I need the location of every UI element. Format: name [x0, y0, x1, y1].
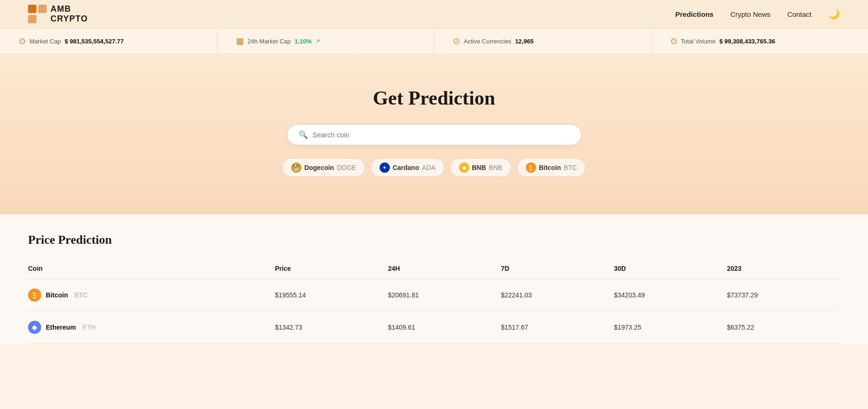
coin-icon-1: ◆	[28, 321, 41, 334]
hero-title: Get Prediction	[9, 87, 859, 109]
coin-ticker-1: ETH	[83, 324, 96, 331]
total-volume-icon: ⊙	[670, 36, 677, 46]
dogecoin-name: Dogecoin	[304, 164, 334, 171]
30d-0: $34203.49	[614, 279, 727, 311]
table-row[interactable]: ₿ Bitcoin BTC $19555.14 $20691.81 $22241…	[28, 279, 840, 311]
total-volume-label: Total Volume	[681, 38, 716, 45]
24h-1: $1409.61	[388, 311, 501, 344]
nav-crypto-news[interactable]: Crypto News	[730, 10, 770, 18]
nav-predictions[interactable]: Predictions	[675, 10, 714, 18]
coin-cell-0: ₿ Bitcoin BTC	[28, 279, 275, 311]
navbar: AMBCRYPTO Predictions Crypto News Contac…	[0, 0, 868, 28]
search-box[interactable]: 🔍	[287, 124, 581, 145]
logo[interactable]: AMBCRYPTO	[28, 4, 88, 24]
nav-contact[interactable]: Contact	[787, 10, 811, 18]
table-row[interactable]: ◆ Ethereum ETH $1342.73 $1409.61 $1517.6…	[28, 311, 840, 344]
active-currencies-icon: ⊙	[453, 36, 460, 46]
market-cap-value: $ 981,535,554,527.77	[65, 38, 124, 45]
pill-cardano[interactable]: ✦ Cardano ADA	[371, 158, 445, 177]
pill-bitcoin[interactable]: ₿ Bitcoin BTC	[517, 158, 586, 177]
market-cap-icon: ⊙	[19, 36, 26, 46]
price-table: Coin Price 24H 7D 30D 2023 ₿ Bitcoin BTC…	[28, 258, 840, 344]
table-title: Price Prediction	[28, 233, 840, 247]
24h-market-cap-value: 1.10%	[294, 38, 312, 45]
col-30d: 30D	[614, 258, 727, 279]
coin-icon-0: ₿	[28, 289, 41, 302]
svg-rect-0	[28, 5, 36, 13]
price-0: $19555.14	[275, 279, 388, 311]
2023-0: $73737.29	[727, 279, 840, 311]
col-coin: Coin	[28, 258, 275, 279]
col-2023: 2023	[727, 258, 840, 279]
svg-rect-1	[38, 5, 47, 13]
active-currencies-label: Active Currencies	[464, 38, 511, 45]
bnb-ticker: BNB	[489, 164, 502, 171]
nav-links: Predictions Crypto News Contact 🌙	[675, 8, 840, 20]
search-container: 🔍	[9, 124, 859, 145]
cardano-name: Cardano	[393, 164, 419, 171]
30d-1: $1973.25	[614, 311, 727, 344]
2023-1: $6375.22	[727, 311, 840, 344]
cardano-ticker: ADA	[422, 164, 436, 171]
24h-0: $20691.81	[388, 279, 501, 311]
theme-toggle-icon[interactable]: 🌙	[828, 8, 840, 20]
coin-pills: 🐕 Dogecoin DOGE ✦ Cardano ADA ◆ BNB BNB …	[9, 158, 859, 177]
coin-cell-1: ◆ Ethereum ETH	[28, 311, 275, 344]
search-input[interactable]	[313, 131, 570, 139]
cardano-icon: ✦	[380, 162, 390, 173]
market-cap-label: Market Cap	[29, 38, 61, 45]
bitcoin-icon: ₿	[526, 162, 536, 173]
hero-section: Get Prediction 🔍 🐕 Dogecoin DOGE ✦ Carda…	[0, 54, 868, 214]
stat-active-currencies: ⊙ Active Currencies 12,965	[434, 28, 652, 54]
pill-dogecoin[interactable]: 🐕 Dogecoin DOGE	[282, 158, 365, 177]
stats-bar: ⊙ Market Cap $ 981,535,554,527.77 ▦ 24h …	[0, 28, 868, 54]
price-prediction-section: Price Prediction Coin Price 24H 7D 30D 2…	[0, 214, 868, 344]
pill-bnb[interactable]: ◆ BNB BNB	[450, 158, 511, 177]
total-volume-value: $ 99,308,433,765.36	[719, 38, 775, 45]
stat-market-cap: ⊙ Market Cap $ 981,535,554,527.77	[0, 28, 217, 54]
24h-market-cap-icon: ▦	[236, 36, 244, 46]
svg-rect-2	[28, 15, 36, 23]
col-7d: 7D	[501, 258, 614, 279]
price-1: $1342.73	[275, 311, 388, 344]
active-currencies-value: 12,965	[515, 38, 534, 45]
logo-text: AMBCRYPTO	[50, 4, 88, 24]
coin-name-0: Bitcoin	[46, 291, 68, 299]
7d-0: $22241.03	[501, 279, 614, 311]
stat-total-volume: ⊙ Total Volume $ 99,308,433,765.36	[652, 28, 868, 54]
bitcoin-ticker: BTC	[564, 164, 577, 171]
bnb-name: BNB	[472, 164, 486, 171]
24h-market-cap-label: 24h Market Cap	[248, 38, 291, 45]
24h-arrow-icon: ↗	[316, 38, 320, 44]
coin-name-1: Ethereum	[46, 324, 76, 331]
col-price: Price	[275, 258, 388, 279]
stat-24h-market-cap: ▦ 24h Market Cap 1.10% ↗	[217, 28, 435, 54]
table-header-row: Coin Price 24H 7D 30D 2023	[28, 258, 840, 279]
search-icon: 🔍	[299, 130, 308, 139]
bnb-icon: ◆	[459, 162, 469, 173]
7d-1: $1517.67	[501, 311, 614, 344]
bitcoin-name: Bitcoin	[539, 164, 561, 171]
dogecoin-icon: 🐕	[291, 162, 301, 173]
coin-ticker-0: BTC	[74, 291, 87, 299]
col-24h: 24H	[388, 258, 501, 279]
dogecoin-ticker: DOGE	[337, 164, 356, 171]
